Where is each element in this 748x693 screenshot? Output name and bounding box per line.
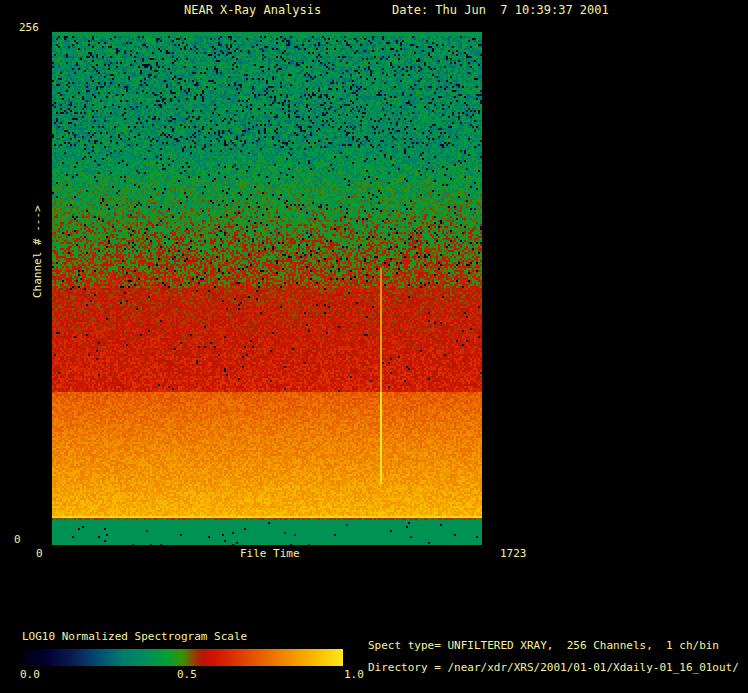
page-title: NEAR X-Ray Analysis — [184, 3, 321, 17]
y-axis-min-tick: 0 — [14, 533, 21, 546]
x-axis-min-tick: 0 — [36, 547, 43, 560]
directory-info: Directory = /near/xdr/XRS/2001/01-01/Xda… — [368, 661, 739, 674]
spectrogram-canvas — [52, 32, 482, 545]
x-axis-label: File Time — [240, 547, 300, 560]
colorbar-tick-max: 1.0 — [344, 668, 364, 681]
colorbar-tick-mid: 0.5 — [177, 668, 197, 681]
date-label: Date: Thu Jun 7 10:39:37 2001 — [392, 3, 609, 17]
spect-type-info: Spect type= UNFILTERED XRAY, 256 Channel… — [368, 639, 719, 652]
colorbar-gradient — [23, 649, 343, 666]
x-axis-max-tick: 1723 — [500, 547, 527, 560]
colorbar-title: LOG10 Normalized Spectrogram Scale — [22, 630, 247, 643]
y-axis-label: Channel # ---> — [31, 205, 44, 298]
y-axis-max-tick: 256 — [19, 21, 39, 34]
colorbar-tick-min: 0.0 — [20, 668, 40, 681]
near-xray-analysis-window: NEAR X-Ray Analysis Date: Thu Jun 7 10:3… — [0, 0, 748, 693]
